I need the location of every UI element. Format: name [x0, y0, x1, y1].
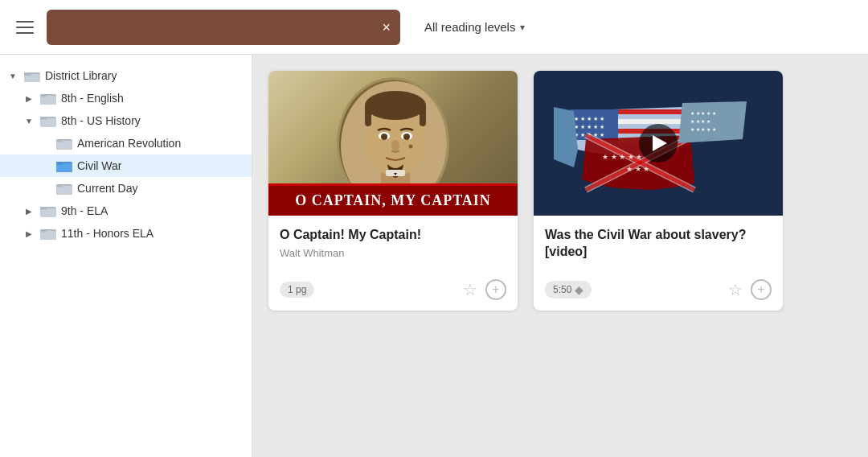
svg-rect-13: [40, 207, 47, 210]
sidebar-item-11th-honors-ela[interactable]: 11th - Honors ELA: [0, 222, 252, 245]
add-button[interactable]: +: [485, 279, 506, 300]
svg-text:★ ★ ★ ★ ★: ★ ★ ★ ★ ★: [602, 153, 642, 161]
gem-icon: ◆: [575, 283, 583, 296]
main-layout: District Library 8th - English: [0, 55, 868, 457]
sidebar-item-american-revolution[interactable]: American Revolution: [0, 132, 252, 154]
sidebar-item-label: Current Day: [77, 182, 137, 195]
search-close-button[interactable]: ×: [382, 20, 391, 35]
card-title: O Captain! My Captain!: [280, 227, 506, 244]
svg-point-20: [365, 91, 426, 120]
svg-point-25: [381, 134, 387, 140]
sidebar-item-label: American Revolution: [77, 137, 181, 150]
card-footer: 1 pg ☆ +: [268, 270, 518, 311]
arrow-right-icon: [23, 227, 35, 240]
duration-value: 5:50: [553, 284, 571, 295]
card-civil-war-video: ★ ★ ★ ★ ★ ★ ★ ★ ★ ★ ★ ★ ★ ★ ★: [534, 71, 783, 311]
folder-icon-blue: [56, 159, 72, 172]
svg-rect-7: [56, 139, 63, 142]
sidebar-item-label: Civil War: [77, 159, 121, 172]
duration-badge: 5:50 ◆: [545, 281, 592, 298]
card-image-civil-war: ★ ★ ★ ★ ★ ★ ★ ★ ★ ★ ★ ★ ★ ★ ★: [534, 71, 783, 216]
svg-rect-21: [365, 102, 371, 126]
page-badge: 1 pg: [280, 282, 314, 298]
svg-rect-11: [56, 184, 63, 187]
svg-rect-9: [56, 162, 63, 165]
add-button[interactable]: +: [751, 279, 772, 300]
svg-point-28: [409, 145, 413, 149]
svg-point-26: [403, 134, 410, 140]
card-ocaptain: O CAPTAIN, MY CAPTAIN O Captain! My Capt…: [268, 71, 518, 311]
arrow-right-icon: [23, 204, 35, 217]
star-button[interactable]: ☆: [461, 278, 479, 301]
sidebar-item-9th-ela[interactable]: 9th - ELA: [0, 200, 252, 222]
sidebar-item-current-day[interactable]: Current Day: [0, 177, 252, 200]
card-title: Was the Civil War about slavery? [video]: [545, 227, 772, 261]
lincoln-background: O CAPTAIN, MY CAPTAIN: [268, 71, 518, 216]
folder-icon: [24, 69, 40, 82]
content-area: O CAPTAIN, MY CAPTAIN O Captain! My Capt…: [252, 55, 868, 457]
arrow-right-icon: [23, 92, 35, 105]
svg-rect-3: [40, 94, 47, 97]
arrow-down-icon: [6, 69, 19, 82]
play-button[interactable]: [639, 124, 678, 163]
sidebar-item-label: 11th - Honors ELA: [61, 227, 154, 240]
sidebar-item-civil-war[interactable]: Civil War: [0, 154, 252, 177]
folder-icon: [40, 114, 56, 127]
card-body: Was the Civil War about slavery? [video]: [534, 216, 783, 264]
star-button[interactable]: ☆: [727, 278, 744, 301]
folder-icon: [40, 204, 56, 217]
captain-banner: O CAPTAIN, MY CAPTAIN: [268, 183, 518, 216]
svg-point-27: [391, 140, 399, 151]
svg-rect-1: [24, 72, 31, 76]
svg-rect-36: [618, 109, 682, 114]
hamburger-button[interactable]: [13, 18, 37, 37]
sidebar-item-district-library[interactable]: District Library: [0, 64, 252, 87]
card-actions: ☆ +: [461, 278, 506, 301]
dropdown-arrow-icon: ▾: [520, 22, 525, 33]
cards-grid: O CAPTAIN, MY CAPTAIN O Captain! My Capt…: [268, 71, 852, 311]
svg-rect-37: [618, 119, 682, 124]
sidebar-item-8th-us-history[interactable]: 8th - US History: [0, 109, 252, 132]
reading-level-label: All reading levels: [424, 20, 515, 34]
card-footer: 5:50 ◆ ☆ +: [534, 270, 783, 311]
folder-icon: [56, 182, 72, 195]
card-actions: ☆ +: [727, 278, 772, 301]
sidebar: District Library 8th - English: [0, 55, 252, 457]
sidebar-item-label: 9th - ELA: [61, 204, 108, 217]
folder-icon: [40, 227, 56, 240]
card-author: Walt Whitman: [280, 247, 506, 259]
svg-rect-22: [420, 102, 426, 126]
svg-text:★ ★ ★ ★ ★: ★ ★ ★ ★ ★: [690, 111, 716, 116]
svg-text:★ ★ ★ ★ ★: ★ ★ ★ ★ ★: [574, 116, 604, 121]
svg-rect-5: [40, 117, 47, 120]
card-body: O Captain! My Captain! Walt Whitman: [268, 216, 518, 264]
svg-text:★ ★ ★ ★ ★: ★ ★ ★ ★ ★: [690, 127, 716, 132]
svg-text:★ ★ ★ ★ ★: ★ ★ ★ ★ ★: [574, 124, 604, 130]
svg-text:★ ★ ★ ★: ★ ★ ★ ★: [690, 119, 710, 124]
sidebar-item-label: 8th - English: [61, 92, 124, 105]
sidebar-item-label: 8th - US History: [61, 114, 141, 127]
reading-level-filter[interactable]: All reading levels ▾: [416, 15, 533, 39]
folder-icon: [40, 92, 56, 105]
sidebar-item-8th-english[interactable]: 8th - English: [0, 87, 252, 109]
svg-rect-15: [40, 229, 47, 233]
search-box: District Library ×: [47, 10, 400, 45]
search-input[interactable]: District Library: [56, 19, 375, 35]
sidebar-root-label: District Library: [45, 69, 117, 82]
civil-war-background: ★ ★ ★ ★ ★ ★ ★ ★ ★ ★ ★ ★ ★ ★ ★: [534, 71, 783, 216]
top-bar: District Library × All reading levels ▾: [0, 0, 868, 55]
arrow-down-icon: [23, 114, 35, 127]
folder-icon: [56, 137, 72, 150]
svg-text:★ ★ ★: ★ ★ ★: [626, 165, 649, 173]
card-image-lincoln: O CAPTAIN, MY CAPTAIN: [268, 71, 518, 216]
